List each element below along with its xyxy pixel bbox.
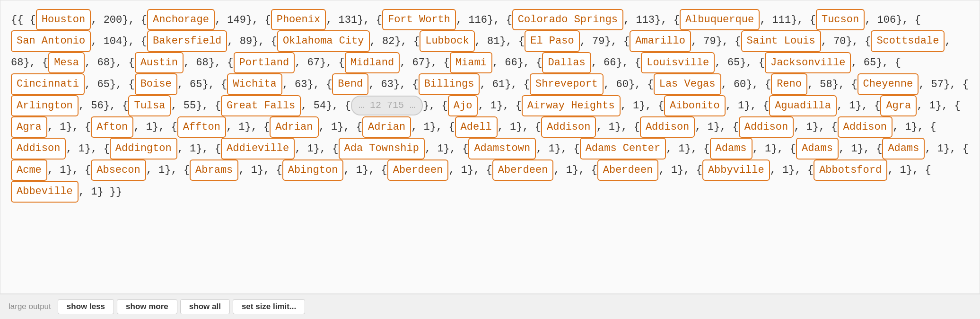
comma-punct: , 1 — [498, 121, 516, 133]
entry-open: { — [104, 143, 110, 155]
entry-close: } — [555, 143, 561, 155]
comma-punct: , 1 — [79, 186, 97, 198]
comma-punct: , 1 — [695, 121, 714, 133]
entry-open: { — [221, 79, 227, 90]
city-badge: Cheyenne — [858, 73, 919, 95]
comma-punct: , — [215, 57, 227, 69]
entry-close: } — [832, 79, 839, 90]
entry-close: } — [615, 121, 621, 133]
comma-punct: , 79 — [580, 35, 605, 47]
city-badge: Portland — [234, 52, 295, 73]
comma-punct: , 1 — [478, 100, 497, 112]
footer-label: large output — [9, 299, 58, 314]
entry-open: { — [735, 35, 741, 47]
entry-close: } — [505, 79, 511, 90]
comma-punct: , 1 — [553, 164, 572, 176]
comma-punct: , — [621, 121, 633, 133]
entry-open: { — [516, 100, 522, 112]
entry-open: { — [412, 79, 419, 90]
comma-punct: , 65 — [85, 79, 110, 90]
entry-close: } — [85, 143, 91, 155]
entry-open: { — [591, 164, 597, 176]
entry-open: { — [573, 143, 579, 155]
comma-punct: , 1 — [887, 164, 906, 176]
city-badge: Addison — [11, 138, 66, 159]
entry-close: } — [430, 121, 436, 133]
comma-punct: , — [209, 79, 221, 90]
entry-close: } — [846, 35, 852, 47]
entry-open: { — [276, 164, 282, 176]
comma-punct: , — [450, 143, 462, 155]
comma-punct: , — [110, 100, 122, 112]
entry-open: { — [807, 164, 814, 176]
entry-open: { — [122, 100, 128, 112]
entry-close: } — [604, 35, 611, 47]
comma-punct: , — [511, 79, 523, 90]
comma-punct: , 116 — [456, 14, 487, 26]
entry-close: } — [110, 79, 116, 90]
comma-punct: , — [942, 100, 954, 112]
city-badge: Colorado Springs — [512, 9, 623, 30]
entry-close: } — [788, 164, 795, 176]
comma-punct: , 82 — [370, 35, 395, 47]
comma-punct: , 1 — [666, 143, 685, 155]
entry-close: } — [196, 143, 202, 155]
comma-punct: , — [314, 79, 326, 90]
entry-open: { — [171, 121, 177, 133]
entry-open: { — [925, 164, 931, 176]
city-badge: Scottsdale — [871, 30, 945, 52]
comma-punct: , 111 — [760, 14, 791, 26]
comma-punct: , — [578, 164, 591, 176]
entry-close: } — [122, 35, 128, 47]
entry-open: { — [462, 143, 468, 155]
footer-bar: large output show less show more show al… — [0, 294, 980, 319]
entry-open: { — [876, 143, 882, 155]
city-badge: Abrams — [190, 160, 238, 181]
entry-open: { — [696, 164, 702, 176]
comma-punct: , — [720, 121, 732, 133]
comma-punct: , — [401, 35, 413, 47]
show-more-button[interactable]: show more — [117, 299, 177, 314]
comma-punct: , 1 — [47, 164, 66, 176]
comma-punct: , 1 — [295, 143, 314, 155]
city-badge: Louisville — [641, 52, 715, 73]
comma-punct: , 1 — [319, 121, 338, 133]
entry-open: { — [658, 100, 664, 112]
comma-punct: , 81 — [475, 35, 500, 47]
entry-open: { — [962, 143, 969, 155]
comma-punct: , 1 — [596, 121, 615, 133]
entry-close: } — [516, 121, 522, 133]
city-badge: San Antonio — [11, 30, 91, 52]
entry-open: { — [442, 100, 448, 112]
comma-punct: , 1 — [411, 121, 430, 133]
comma-punct: , — [436, 121, 448, 133]
city-badge: Addington — [110, 138, 177, 159]
show-all-button[interactable]: show all — [180, 299, 230, 314]
open-brace: {{ — [11, 14, 23, 26]
comma-punct: , 55 — [171, 100, 196, 112]
comma-punct: , 200 — [91, 14, 122, 26]
entry-open: { — [326, 79, 332, 90]
comma-punct: , — [116, 57, 128, 69]
comma-punct: , — [839, 79, 851, 90]
city-badge: Bakersfield — [147, 30, 227, 52]
city-badge: Acme — [11, 160, 47, 181]
comma-punct: , 113 — [623, 14, 655, 26]
entry-open: { — [930, 121, 936, 133]
city-badge: Addison — [838, 116, 892, 138]
city-badge: Adamstown — [468, 138, 536, 159]
entry-open: { — [215, 100, 221, 112]
entry-open: { — [85, 121, 91, 133]
city-badge: Aberdeen — [387, 160, 449, 181]
show-less-button[interactable]: show less — [58, 299, 114, 314]
entry-close: } — [685, 143, 691, 155]
city-badge: Adrian — [270, 116, 318, 138]
comma-punct: , 60 — [721, 79, 746, 90]
entry-close: } — [716, 35, 722, 47]
comma-punct: , 58 — [807, 79, 832, 90]
set-size-limit-button[interactable]: set size limit... — [233, 299, 305, 314]
comma-punct: , 57 — [919, 79, 944, 90]
entry-close: } — [122, 14, 128, 26]
entry-open: { — [128, 79, 134, 90]
city-badge: Houston — [36, 9, 91, 30]
